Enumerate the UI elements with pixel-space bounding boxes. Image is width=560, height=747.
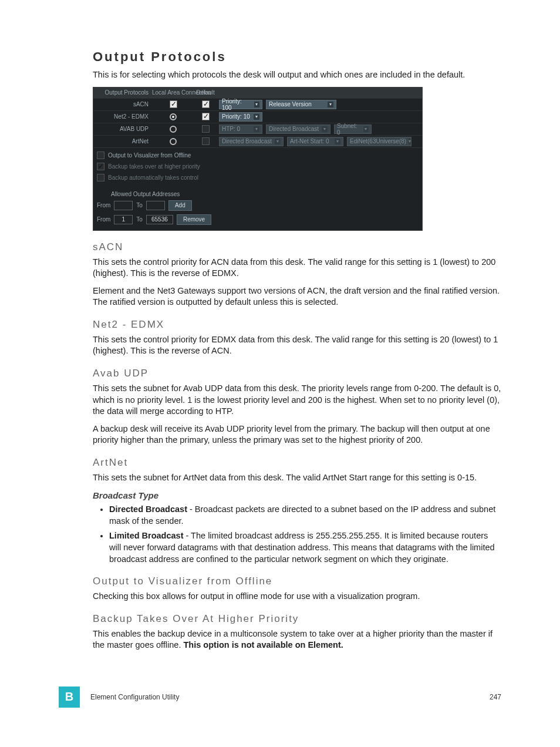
chevron-down-icon: ▾: [328, 102, 333, 107]
broadcast-type-list: Directed Broadcast - Broadcast packets a…: [109, 504, 501, 565]
dropdown-value: Priority: 100: [222, 98, 252, 111]
alloc-to-label-2: To: [136, 216, 143, 223]
dropdown-value: EdiNet(63Universe(8): [350, 138, 406, 144]
protocol-row: Net2 - EDMXPriority: 10▾: [93, 111, 422, 123]
footer-text: Element Configuration Utility: [80, 693, 490, 701]
net2-p1: This sets the control priority for EDMX …: [93, 334, 501, 357]
default-checkbox[interactable]: [202, 113, 210, 120]
default-cell: [194, 112, 217, 122]
panel-option-row: Backup takes over at higher priority: [93, 161, 422, 172]
default-cell: [194, 124, 217, 134]
option-checkbox[interactable]: [97, 174, 104, 181]
section-title-visualizer: Output to Visualizer from Offline: [93, 576, 501, 587]
panel-header-lac: Local Area Connection: [152, 88, 194, 97]
panel-header-default: Default: [194, 88, 217, 97]
protocol-dropdown: Directed Broadcast▾: [266, 124, 330, 134]
sacn-p2: Element and the Net3 Gateways support tw…: [93, 285, 501, 308]
protocol-dropdown: Subnet: 0▾: [334, 124, 372, 134]
list-item: Limited Broadcast - The limited broadcas…: [109, 530, 501, 565]
protocol-label: ArtNet: [93, 137, 152, 146]
default-cell: [194, 136, 217, 146]
chevron-down-icon: ▾: [322, 126, 328, 132]
output-protocols-panel: Output Protocols Local Area Connection D…: [93, 87, 423, 231]
dropdown-value: HTP: 0: [222, 126, 240, 132]
allowed-output-title: Allowed Output Addresses: [93, 189, 422, 198]
directed-broadcast-term: Directed Broadcast: [109, 504, 187, 514]
alloc-from-input-blank[interactable]: [114, 201, 133, 210]
panel-header-row: Output Protocols Local Area Connection D…: [93, 88, 422, 99]
protocol-dropdown: EdiNet(63Universe(8)▾: [347, 137, 411, 146]
protocol-fields: HTP: 0▾Directed Broadcast▾Subnet: 0▾: [217, 123, 422, 135]
backup-p1-emphasis: This option is not available on Element.: [184, 640, 343, 650]
panel-option-row: Backup automatically takes control: [93, 172, 422, 183]
protocol-dropdown: Art-Net Start: 0▾: [287, 137, 343, 146]
alloc-from-label-2: From: [97, 216, 110, 223]
alloc-row-remove: From 1 To 65536 Remove: [93, 213, 422, 227]
alloc-from-input[interactable]: 1: [114, 215, 133, 224]
list-item: Directed Broadcast - Broadcast packets a…: [109, 504, 501, 527]
avab-p1: This sets the subnet for Avab UDP data f…: [93, 383, 501, 418]
section-title-artnet: ArtNet: [93, 457, 501, 469]
lac-cell: [152, 124, 194, 133]
alloc-to-input[interactable]: 65536: [146, 215, 173, 224]
lac-checkbox[interactable]: [170, 100, 177, 108]
protocol-row: AVAB UDPHTP: 0▾Directed Broadcast▾Subnet…: [93, 123, 422, 136]
option-label: Backup automatically takes control: [108, 174, 198, 181]
lac-cell: [152, 112, 194, 121]
page-title: Output Protocols: [93, 49, 501, 65]
option-label: Output to Visualizer from Offline: [108, 152, 191, 159]
visualizer-p1: Checking this box allows for output in o…: [93, 591, 501, 603]
chevron-down-icon: ▾: [254, 114, 259, 120]
appendix-badge: B: [59, 687, 80, 708]
dropdown-value: Art-Net Start: 0: [290, 138, 329, 144]
protocol-label: Net2 - EDMX: [93, 112, 152, 121]
dropdown-value: Directed Broadcast: [222, 138, 272, 144]
protocol-fields: Priority: 10▾: [217, 111, 422, 123]
lac-radio[interactable]: [170, 126, 177, 133]
lac-radio[interactable]: [170, 113, 177, 120]
protocol-dropdown[interactable]: Priority: 10▾: [219, 112, 262, 122]
dropdown-value: Release Version: [269, 101, 312, 107]
default-checkbox[interactable]: [202, 100, 210, 108]
default-checkbox[interactable]: [202, 125, 210, 133]
protocol-label: AVAB UDP: [93, 124, 152, 133]
sacn-p1: This sets the control priority for ACN d…: [93, 257, 501, 280]
limited-broadcast-term: Limited Broadcast: [109, 531, 184, 540]
dropdown-value: Directed Broadcast: [269, 126, 319, 132]
default-checkbox[interactable]: [202, 137, 210, 145]
artnet-p1: This sets the subnet for ArtNet data fro…: [93, 472, 501, 484]
option-label: Backup takes over at higher priority: [108, 163, 200, 170]
option-checkbox[interactable]: [97, 152, 104, 159]
chevron-down-icon: ▾: [254, 102, 259, 107]
protocol-dropdown[interactable]: Priority: 100▾: [219, 100, 262, 109]
protocol-fields: Priority: 100▾Release Version▾: [217, 99, 422, 110]
page-number: 247: [490, 693, 501, 701]
option-checkbox[interactable]: [97, 163, 104, 170]
section-title-avab: Avab UDP: [93, 368, 501, 379]
alloc-to-input-blank[interactable]: [146, 201, 165, 210]
section-title-sacn: sACN: [93, 241, 501, 253]
section-title-backup: Backup Takes Over At Higher Priority: [93, 613, 501, 625]
alloc-from-label: From: [97, 202, 110, 208]
backup-p1: This enables the backup device in a mult…: [93, 628, 501, 651]
chevron-down-icon: ▾: [409, 139, 411, 144]
chevron-down-icon: ▾: [363, 126, 369, 132]
panel-header-spacer: [217, 92, 422, 94]
protocol-fields: Directed Broadcast▾Art-Net Start: 0▾EdiN…: [217, 136, 422, 147]
chevron-down-icon: ▾: [275, 139, 281, 144]
protocol-label: sACN: [93, 100, 152, 109]
alloc-row-add: From To Add: [93, 198, 422, 213]
panel-option-row: Output to Visualizer from Offline: [93, 150, 422, 161]
protocol-dropdown: Directed Broadcast▾: [219, 137, 284, 146]
alloc-remove-button[interactable]: Remove: [177, 214, 211, 225]
section-title-net2: Net2 - EDMX: [93, 319, 501, 331]
panel-header-protocols: Output Protocols: [93, 88, 152, 97]
alloc-add-button[interactable]: Add: [168, 200, 192, 211]
dropdown-value: Priority: 10: [222, 113, 250, 120]
protocol-dropdown: HTP: 0▾: [219, 124, 262, 134]
lac-radio[interactable]: [170, 138, 177, 145]
protocol-dropdown[interactable]: Release Version▾: [266, 100, 336, 109]
avab-p2: A backup desk will receive its Avab UDP …: [93, 423, 501, 446]
chevron-down-icon: ▾: [254, 126, 259, 132]
alloc-to-label: To: [136, 202, 143, 208]
